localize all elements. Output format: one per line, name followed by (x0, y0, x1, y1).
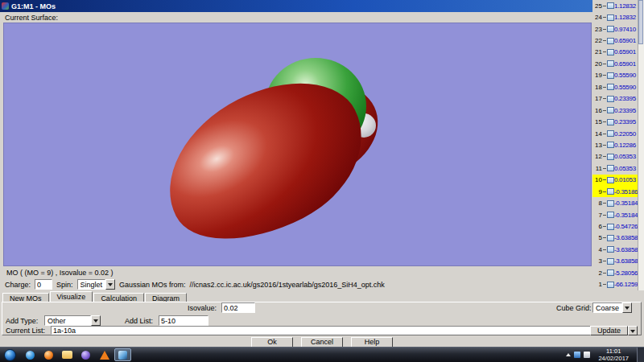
molecule-viewport[interactable] (3, 23, 592, 266)
mo-number: 24 (592, 14, 602, 21)
chevron-down-icon[interactable] (105, 279, 115, 290)
isovalue-input[interactable] (221, 302, 255, 313)
mo-select-button[interactable] (607, 107, 614, 113)
mo-row[interactable]: 140.22050 (592, 128, 638, 139)
mo-energy-value: 0.22050 (614, 130, 638, 138)
mo-select-button[interactable] (607, 200, 614, 207)
show-desktop-button[interactable] (637, 348, 644, 362)
network-icon[interactable] (574, 352, 580, 358)
mo-list-scrollbar[interactable] (638, 0, 644, 290)
add-row: Add Type: Other Add List: (6, 315, 638, 326)
browser-icon[interactable] (22, 348, 39, 361)
mo-select-button[interactable] (607, 188, 614, 195)
mo-number: 8 (592, 200, 602, 207)
charge-label: Charge: (5, 281, 31, 289)
mo-row[interactable]: 130.12286 (592, 139, 638, 150)
mo-number: 2 (592, 269, 602, 277)
mo-energy-value: 0.65901 (614, 48, 638, 56)
mo-select-button[interactable] (607, 119, 614, 125)
mo-select-button[interactable] (607, 26, 614, 32)
hidden-icons-chevron-icon[interactable] (566, 351, 571, 356)
mo-select-button[interactable] (607, 142, 614, 148)
mo-row[interactable]: 5-3.63858 (592, 232, 638, 244)
clock-time: 11:01 (598, 348, 629, 355)
mo-number: 7 (592, 212, 602, 219)
mo-row[interactable]: 170.23395 (592, 93, 638, 105)
mo-row[interactable]: 3-3.63858 (592, 256, 638, 267)
mo-row[interactable]: 251.12832 (592, 0, 638, 11)
mo-select-button[interactable] (607, 38, 614, 44)
mo-row[interactable]: 120.05353 (592, 151, 638, 162)
chevron-down-icon[interactable] (91, 315, 101, 326)
mo-select-button[interactable] (607, 60, 614, 67)
update-button[interactable]: Update (590, 326, 638, 336)
mo-select-button[interactable] (607, 96, 614, 102)
mo-row[interactable]: 190.55590 (592, 70, 638, 81)
mo-row[interactable]: 241.12832 (592, 11, 638, 23)
current-list-row: Current List: Update (6, 326, 638, 335)
mo-select-button[interactable] (607, 246, 614, 253)
mo-select-button[interactable] (607, 212, 614, 218)
mo-select-button[interactable] (607, 14, 614, 21)
mo-row[interactable]: 200.65901 (592, 58, 638, 69)
mo-energy-value: -66.12596 (614, 281, 638, 288)
mo-row[interactable]: 6-0.54726 (592, 220, 638, 232)
mo-row[interactable]: 1-66.12596 (592, 279, 638, 290)
taskbar-clock[interactable]: 11:01 24/02/2017 (598, 348, 629, 362)
mo-rows-container: 251.12832241.12832230.97410220.65901210.… (592, 0, 638, 290)
mo-row[interactable]: 9-0.35186 (592, 186, 638, 197)
spin-dropdown[interactable]: Singlet (77, 279, 116, 290)
start-button[interactable] (4, 349, 16, 361)
mo-level-dash (603, 273, 606, 274)
mo-select-button[interactable] (607, 224, 614, 230)
mo-row[interactable]: 7-0.35184 (592, 209, 638, 220)
scrollbar-thumb[interactable] (638, 0, 643, 44)
gaussview-taskbar-button[interactable] (114, 348, 131, 361)
mo-select-button[interactable] (607, 49, 614, 56)
mo-row[interactable]: 180.55590 (592, 81, 638, 93)
add-list-input[interactable] (159, 315, 208, 326)
tab-visualize[interactable]: Visualize (50, 291, 93, 302)
mo-select-button[interactable] (607, 177, 614, 183)
mos-window: G1:M1 - MOs _ □ ✕ Current Surface: 251.1… (0, 0, 644, 347)
mo-select-button[interactable] (607, 154, 614, 160)
mo-row[interactable]: 4-3.63858 (592, 244, 638, 255)
current-list-input[interactable] (51, 326, 592, 335)
explorer-icon[interactable] (59, 348, 76, 361)
mo-select-button[interactable] (607, 72, 614, 79)
mo-select-button[interactable] (607, 130, 614, 137)
mo-row[interactable]: 8-0.35184 (592, 197, 638, 208)
chevron-down-icon[interactable] (622, 302, 632, 313)
mo-select-button[interactable] (607, 84, 614, 90)
add-type-dropdown[interactable]: Other (44, 315, 101, 326)
firefox-icon[interactable] (40, 348, 57, 361)
mo-row[interactable]: 100.01053 (592, 175, 638, 186)
mo-select-button[interactable] (607, 282, 614, 288)
mo-row[interactable]: 160.23395 (592, 105, 638, 116)
cube-grid-dropdown[interactable]: Coarse (592, 302, 632, 313)
update-button-label[interactable]: Update (590, 326, 628, 335)
volume-icon[interactable] (584, 352, 590, 358)
mo-row[interactable]: 150.23395 (592, 116, 638, 127)
mo-select-button[interactable] (607, 2, 614, 9)
mo-row[interactable]: 210.65901 (592, 47, 638, 58)
mo-number: 15 (592, 118, 602, 125)
mo-number: 6 (592, 223, 602, 230)
charge-input[interactable] (35, 279, 52, 290)
mo-row[interactable]: 220.65901 (592, 35, 638, 46)
mo-row[interactable]: 110.05353 (592, 162, 638, 174)
mo-level-dash (603, 215, 606, 216)
mo-row[interactable]: 2-5.28056 (592, 267, 638, 278)
chevron-down-icon[interactable] (628, 326, 638, 335)
mo-energy-value: 0.23395 (614, 95, 638, 102)
vlc-icon[interactable] (96, 348, 113, 361)
mo-number: 14 (592, 130, 602, 138)
media-player-icon[interactable] (77, 348, 94, 361)
mo-select-button[interactable] (607, 269, 614, 276)
mo-select-button[interactable] (607, 165, 614, 171)
mo-energy-value: 0.97410 (614, 26, 638, 33)
mo-energy-value: 0.12286 (614, 142, 638, 149)
mo-select-button[interactable] (607, 258, 614, 265)
mo-select-button[interactable] (607, 235, 614, 241)
mo-row[interactable]: 230.97410 (592, 23, 638, 35)
